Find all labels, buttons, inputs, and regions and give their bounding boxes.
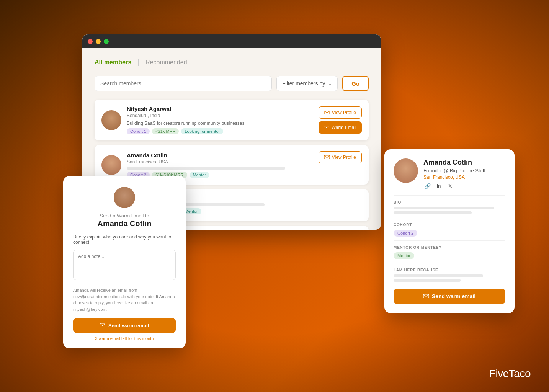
warm-email-send-label: Send warm email xyxy=(108,323,149,328)
here-section-label: I AM HERE BECAUSE xyxy=(394,268,505,272)
traffic-light-yellow[interactable] xyxy=(96,39,101,44)
bio-bar-2 xyxy=(394,211,472,214)
member-tags: Cohort 1 <$1k MRR Looking for mentor xyxy=(127,128,313,134)
view-profile-label: View Profile xyxy=(332,110,356,115)
tag-role: Looking for mentor xyxy=(181,128,223,134)
link-icon[interactable]: 🔗 xyxy=(423,182,431,190)
warm-email-button[interactable]: Warm Email xyxy=(319,121,362,134)
envelope-icon xyxy=(324,155,330,159)
warm-email-title: Send a Warm Email to xyxy=(73,213,176,219)
profile-avatar xyxy=(394,158,418,183)
bio-bar-1 xyxy=(394,207,494,209)
profile-info: Amanda Cotlin Founder @ Big Picture Stuf… xyxy=(423,158,485,190)
warm-email-textarea[interactable] xyxy=(73,250,176,280)
linkedin-icon[interactable]: in xyxy=(435,182,443,190)
warm-email-subtitle: Briefly explain who you are and why you … xyxy=(73,234,176,245)
profile-header: Amanda Cotlin Founder @ Big Picture Stuf… xyxy=(394,158,505,190)
member-card: Nityesh Agarwal Bengaluru, India Buildin… xyxy=(95,100,369,140)
twitter-icon[interactable]: 𝕏 xyxy=(446,182,454,190)
member-info: Nityesh Agarwal Bengaluru, India Buildin… xyxy=(127,106,313,134)
profile-name: Amanda Cotlin xyxy=(423,158,485,167)
profile-send-button[interactable]: Send warm email xyxy=(394,289,505,304)
envelope-icon-send xyxy=(100,323,105,327)
divider xyxy=(394,240,505,241)
warm-email-avatar xyxy=(114,187,135,208)
member-actions: View Profile Warm Email xyxy=(319,151,362,178)
bio-bar xyxy=(127,167,285,170)
browser-titlebar xyxy=(82,34,381,48)
tag-cohort: Cohort 1 xyxy=(127,128,150,134)
tab-all-members[interactable]: All members xyxy=(95,57,131,67)
envelope-icon xyxy=(423,294,429,298)
bio-section-label: BIO xyxy=(394,200,505,204)
cohort-section-label: COHORT xyxy=(394,223,505,227)
member-bio: Building SaaS for creators running commu… xyxy=(127,121,313,126)
divider xyxy=(394,263,505,263)
member-name: Nityesh Agarwal xyxy=(127,106,313,112)
brand-name-part2: Taco xyxy=(509,368,531,379)
search-input[interactable] xyxy=(95,76,272,91)
envelope-icon xyxy=(324,111,330,114)
mentor-tag: Mentor xyxy=(394,252,414,259)
here-bar-1 xyxy=(394,274,483,277)
warm-email-modal: Send a Warm Email to Amanda Cotlin Brief… xyxy=(63,176,186,348)
warm-email-label: Warm Email xyxy=(332,125,356,130)
traffic-light-green[interactable] xyxy=(104,39,109,44)
chevron-down-icon: ⌄ xyxy=(328,81,332,86)
view-profile-button[interactable]: View Profile xyxy=(319,151,362,163)
here-bar-2 xyxy=(394,279,461,282)
envelope-icon-white xyxy=(324,126,329,129)
brand-logo: FiveTaco xyxy=(489,368,531,380)
profile-modal: Amanda Cotlin Founder @ Big Picture Stuf… xyxy=(384,149,515,313)
avatar xyxy=(101,155,121,175)
view-profile-label: View Profile xyxy=(332,155,356,160)
cohort-tag: Cohort 2 xyxy=(394,230,417,237)
member-info: Amanda Cotlin San Francisco, USA Cohort … xyxy=(127,152,313,178)
profile-social-links: 🔗 in 𝕏 xyxy=(423,182,485,190)
view-profile-button[interactable]: View Profile xyxy=(319,106,362,119)
traffic-light-red[interactable] xyxy=(88,39,93,44)
tag-mrr: <$1k MRR xyxy=(152,128,179,134)
brand-name-part1: Five xyxy=(489,368,509,379)
warm-email-note: Amanda will receive an email from new@cu… xyxy=(73,287,176,312)
search-row: Filter members by ⌄ Go xyxy=(95,76,369,91)
tab-recommended[interactable]: Recommended xyxy=(145,57,187,67)
member-name: Amanda Cotlin xyxy=(127,152,313,158)
member-location: Bengaluru, India xyxy=(127,113,313,118)
divider xyxy=(394,195,505,196)
go-button[interactable]: Go xyxy=(342,76,369,91)
avatar xyxy=(101,110,121,130)
warm-email-remaining: 3 warm email left for this month xyxy=(73,336,176,341)
tab-divider xyxy=(138,59,139,66)
warm-email-recipient-name: Amanda Cotlin xyxy=(73,219,176,228)
profile-location: San Francisco, USA xyxy=(423,175,485,180)
members-tabs: All members Recommended xyxy=(95,57,369,67)
profile-role: Founder @ Big Picture Stuff xyxy=(423,168,485,173)
mentor-section-label: MENTOR OR MENTEE? xyxy=(394,245,505,250)
filter-label: Filter members by xyxy=(282,80,325,87)
tag-role: Mentor xyxy=(190,172,209,178)
filter-dropdown[interactable]: Filter members by ⌄ xyxy=(276,76,338,91)
member-location: San Francisco, USA xyxy=(127,159,313,165)
member-actions: View Profile Warm Email xyxy=(319,106,362,134)
divider xyxy=(394,218,505,218)
send-warm-email-label: Send warm email xyxy=(432,293,475,299)
warm-email-send-button[interactable]: Send warm email xyxy=(73,318,176,333)
